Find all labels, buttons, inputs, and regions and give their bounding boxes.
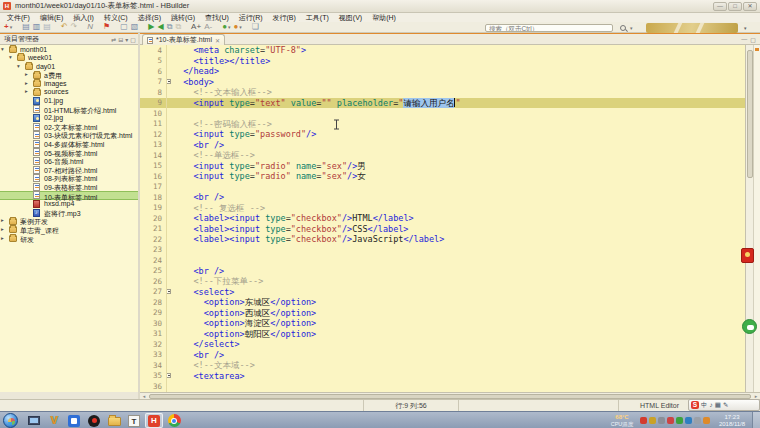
tree-item[interactable]: 07-相对路径.html [0, 165, 138, 174]
run-config-icon[interactable]: ●▾ [222, 22, 230, 32]
collapse-all-icon[interactable]: ⊟ [118, 36, 123, 43]
tree-item[interactable]: 09-表格标签.html [0, 183, 138, 192]
validate-icon[interactable]: ▢ [120, 22, 128, 32]
tray-icon-3[interactable] [667, 417, 674, 424]
menu-file[interactable]: 文件(F) [2, 13, 35, 22]
remote-app-icon[interactable] [65, 413, 83, 428]
bookmark-icon[interactable]: ⚑ [103, 22, 110, 32]
tray-icon-5[interactable] [685, 417, 692, 424]
annotation-mark[interactable] [755, 48, 759, 51]
dual-screen-off-icon[interactable]: ⧉ [175, 22, 181, 32]
taskbar-clock[interactable]: 17:23 2018/11/8 [712, 414, 752, 427]
menu-find[interactable]: 查找(U) [200, 13, 234, 22]
floating-green-widget[interactable] [742, 319, 757, 334]
tree-item[interactable]: 10-表单标签.html [0, 191, 138, 200]
dropdown-caret-icon[interactable]: ▾ [228, 22, 231, 32]
dropdown-caret-icon[interactable]: ▾ [10, 22, 13, 32]
menu-insert[interactable]: 插入(I) [68, 13, 99, 22]
collapsed-arrow-icon[interactable]: ▸ [1, 235, 4, 241]
redo-icon[interactable]: ↷ [71, 22, 78, 32]
tab-form-tags[interactable]: *10-表单标签.html ✕ [142, 34, 225, 45]
search-dropdown-icon[interactable]: ▾ [630, 25, 633, 31]
tree-item[interactable]: ▾day01 [0, 62, 138, 71]
revert-icon[interactable]: ▤ [43, 22, 51, 32]
tray-icon-2[interactable] [658, 417, 665, 424]
tree-item[interactable]: 02.jpg [0, 114, 138, 123]
menu-help[interactable]: 帮助(H) [367, 13, 401, 22]
menu-edit[interactable]: 编辑(E) [35, 13, 68, 22]
maximize-button[interactable]: □ [728, 2, 742, 11]
run-device-icon[interactable]: ◀ [158, 22, 164, 32]
feedback-icon[interactable]: ❏ [252, 22, 259, 32]
tray-icon-7[interactable] [703, 417, 710, 424]
promo-logo[interactable] [646, 23, 738, 33]
link-editor-icon[interactable]: ⇄ [111, 36, 116, 43]
dropdown-caret-icon[interactable]: ▾ [239, 22, 242, 32]
expanded-arrow-icon[interactable]: ▾ [1, 46, 4, 52]
ime-icon-1[interactable]: ♪ [710, 400, 713, 410]
save-all-icon[interactable]: ▥ [33, 22, 41, 32]
expanded-arrow-icon[interactable]: ▾ [9, 54, 12, 60]
annotation-ruler[interactable] [753, 45, 760, 392]
tray-icon-0[interactable] [640, 417, 647, 424]
tree-item[interactable]: 08-列表标签.html [0, 174, 138, 183]
ime-icon-3[interactable]: ✎ [723, 400, 728, 410]
collapsed-arrow-icon[interactable]: ▸ [25, 88, 28, 94]
tree-item[interactable]: ▾week01 [0, 54, 138, 63]
font-decrease-icon[interactable]: A- [204, 22, 212, 32]
undo-icon[interactable]: ↶ [61, 22, 68, 32]
search-input[interactable] [485, 24, 613, 32]
floating-red-widget[interactable] [741, 248, 754, 263]
dual-screen-icon[interactable]: ⧉ [167, 22, 173, 32]
browser-select-icon[interactable]: ●▾ [233, 22, 241, 32]
tree-item[interactable]: 03-块级元素和行级元素.html [0, 131, 138, 140]
minimize-editor-icon[interactable]: — [741, 36, 747, 43]
tree-item[interactable]: 04-多媒体标签.html [0, 140, 138, 149]
search-icon[interactable] [620, 25, 626, 31]
minimize-view-icon[interactable]: ▢ [130, 36, 136, 43]
menu-publish[interactable]: 发行(B) [268, 13, 301, 22]
tray-icon-6[interactable] [694, 417, 701, 424]
projector-app-icon[interactable] [25, 413, 43, 428]
run-browser-icon[interactable]: ▶ [148, 22, 154, 32]
collapsed-arrow-icon[interactable]: ▸ [25, 80, 28, 86]
chrome-app-icon[interactable] [165, 413, 183, 428]
tree-item[interactable]: ▸a费用 [0, 71, 138, 80]
tree-item[interactable]: 01-HTML标签介绍.html [0, 105, 138, 114]
ime-logo-icon[interactable]: S [691, 401, 699, 409]
menu-goto[interactable]: 跳转(G) [166, 13, 200, 22]
collapsed-arrow-icon[interactable]: ▸ [25, 71, 28, 77]
tree-item[interactable]: ▸sources [0, 88, 138, 97]
tree-item[interactable]: 盗将行.mp3 [0, 208, 138, 217]
promo-dropdown-icon[interactable]: ▾ [744, 25, 747, 31]
tray-icon-1[interactable] [649, 417, 656, 424]
expanded-arrow-icon[interactable]: ▾ [17, 63, 20, 69]
explorer-app-icon[interactable] [105, 413, 123, 428]
minimize-button[interactable]: — [713, 2, 727, 11]
new-file-icon[interactable]: +▾ [4, 22, 12, 32]
collapsed-arrow-icon[interactable]: ▸ [1, 217, 4, 223]
save-icon[interactable]: ▤ [22, 22, 30, 32]
tree-item[interactable]: 02-文本标签.html [0, 122, 138, 131]
reformat-icon[interactable]: N [87, 22, 93, 32]
vertical-scrollbar[interactable] [745, 45, 753, 392]
tree-item[interactable]: 01.jpg [0, 97, 138, 106]
project-tree[interactable]: ▾month01▾week01▾day01▸a费用▸images▸sources… [0, 45, 138, 392]
tree-item[interactable]: hxsd.mp4 [0, 200, 138, 209]
tree-item[interactable]: 06-音频.html [0, 157, 138, 166]
show-desktop-button[interactable] [752, 412, 760, 428]
menu-escape[interactable]: 转义(C) [99, 13, 133, 22]
ime-icon-0[interactable]: 中 [701, 400, 708, 410]
horizontal-scrollbar[interactable]: ◂ ▸ [140, 392, 760, 399]
horizontal-scrollbar-thumb[interactable] [149, 394, 751, 399]
collapsed-arrow-icon[interactable]: ▸ [1, 226, 4, 232]
maximize-editor-icon[interactable]: ▢ [750, 36, 756, 43]
menu-run[interactable]: 运行(R) [234, 13, 268, 22]
code-editor[interactable]: 4 <meta charset="UTF-8">5 <title></title… [140, 45, 745, 392]
tab-close-icon[interactable]: ✕ [215, 37, 220, 44]
ime-icon-2[interactable]: ▦ [715, 400, 721, 410]
font-increase-icon[interactable]: A+ [191, 22, 201, 32]
tree-item[interactable]: ▸images [0, 79, 138, 88]
view-menu-icon[interactable]: ▾ [125, 36, 128, 43]
screen-recorder-app-icon[interactable] [85, 413, 103, 428]
